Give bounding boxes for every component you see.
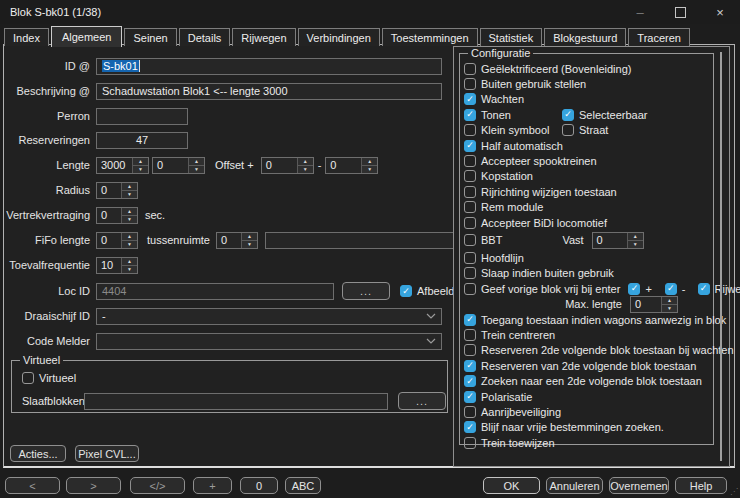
- tab-index[interactable]: Index: [4, 28, 49, 46]
- slaap-checkbox[interactable]: [464, 267, 476, 279]
- rijrichting-checkbox[interactable]: [464, 186, 476, 198]
- tab-algemeen[interactable]: Algemeen: [51, 26, 123, 47]
- klein-symbool-checkbox[interactable]: [464, 124, 476, 136]
- spin-up-icon[interactable]: [242, 233, 257, 241]
- tab-statistiek[interactable]: Statistiek: [480, 28, 543, 46]
- geef-vorige-blok-checkbox[interactable]: [464, 283, 476, 295]
- enter-rijweg-checkbox[interactable]: [698, 283, 710, 295]
- spin-down-icon[interactable]: [189, 166, 204, 173]
- tab-details[interactable]: Details: [179, 28, 231, 46]
- lengte2-spinner[interactable]: 0: [152, 157, 205, 174]
- config-scrollbar[interactable]: [718, 52, 723, 461]
- spin-down-icon[interactable]: [298, 166, 313, 173]
- spin-up-icon[interactable]: [122, 183, 137, 191]
- enter-minus-checkbox[interactable]: [665, 283, 677, 295]
- slaafblokken-input[interactable]: [84, 393, 388, 410]
- spin-up-icon[interactable]: [662, 297, 677, 305]
- wachten-checkbox[interactable]: [464, 93, 476, 105]
- tab-rijwegen[interactable]: Rijwegen: [232, 28, 295, 46]
- tab-traceren[interactable]: Traceren: [628, 28, 690, 46]
- trein-toewijzen-checkbox[interactable]: [464, 437, 476, 449]
- spin-down-icon[interactable]: [122, 266, 137, 273]
- enter-plus-checkbox[interactable]: [628, 283, 640, 295]
- beschrijving-input[interactable]: Schaduwstation Blok1 <-- lengte 3000: [96, 83, 442, 100]
- tab-seinen[interactable]: Seinen: [124, 28, 176, 46]
- spin-up-icon[interactable]: [133, 158, 148, 166]
- spin-down-icon[interactable]: [122, 216, 137, 223]
- blijf-zoeken-checkbox[interactable]: [464, 421, 476, 433]
- slaafblokken-browse-button[interactable]: ...: [398, 392, 446, 410]
- offset-min-spinner[interactable]: 0: [325, 157, 378, 174]
- spin-up-icon[interactable]: [122, 258, 137, 266]
- virtueel-checkbox[interactable]: [22, 372, 34, 384]
- pixel-cvl-button[interactable]: Pixel CVL...: [75, 445, 139, 462]
- tab-toestemmingen[interactable]: Toestemmingen: [382, 28, 478, 46]
- spin-up-icon[interactable]: [628, 233, 643, 241]
- spin-up-icon[interactable]: [189, 158, 204, 166]
- radius-spinner[interactable]: 0: [96, 182, 138, 199]
- resize-grip-icon[interactable]: ⋰: [730, 487, 738, 496]
- buiten-gebruik-checkbox[interactable]: [464, 78, 476, 90]
- ok-button[interactable]: OK: [483, 477, 540, 494]
- toegang-wagons-checkbox[interactable]: [464, 314, 476, 326]
- titlebar[interactable]: Blok S-bk01 (1/38) – ×: [0, 0, 740, 24]
- annuleren-button[interactable]: Annuleren: [546, 477, 603, 494]
- trein-centreren-checkbox[interactable]: [464, 329, 476, 341]
- lengte-spinner[interactable]: 3000: [96, 157, 149, 174]
- spin-up-icon[interactable]: [122, 208, 137, 216]
- overnemen-button[interactable]: Overnemen: [609, 477, 669, 494]
- nav-add-button[interactable]: +: [193, 477, 232, 494]
- vast-spinner[interactable]: 0: [592, 232, 644, 249]
- afbeelding-checkbox[interactable]: [400, 285, 412, 297]
- polarisatie-checkbox[interactable]: [464, 391, 476, 403]
- spin-down-icon[interactable]: [242, 241, 257, 248]
- close-button[interactable]: ×: [700, 0, 740, 24]
- spin-down-icon[interactable]: [122, 191, 137, 198]
- reserveren-2de-wachten-checkbox[interactable]: [464, 344, 476, 356]
- draaischijf-select[interactable]: -: [96, 308, 442, 325]
- offset-plus-spinner[interactable]: 0: [261, 157, 314, 174]
- nav-code-button[interactable]: </>: [130, 477, 185, 494]
- spin-down-icon[interactable]: [122, 241, 137, 248]
- scrollbar-thumb[interactable]: [720, 52, 722, 461]
- nav-abc-button[interactable]: ABC: [285, 477, 321, 494]
- geelektrificeerd-checkbox[interactable]: [464, 63, 476, 75]
- reserveren-van-2de-checkbox[interactable]: [464, 360, 476, 372]
- spin-down-icon[interactable]: [628, 241, 643, 248]
- spin-up-icon[interactable]: [122, 233, 137, 241]
- spin-down-icon[interactable]: [662, 305, 677, 312]
- spooktreinen-checkbox[interactable]: [464, 155, 476, 167]
- loc-browse-button[interactable]: ...: [342, 282, 390, 300]
- spin-up-icon[interactable]: [362, 158, 377, 166]
- maximize-button[interactable]: [660, 0, 700, 24]
- selecteerbaar-checkbox[interactable]: [562, 109, 574, 121]
- max-lengte-spinner[interactable]: 0: [630, 296, 678, 313]
- tussenruimte-spinner[interactable]: 0: [216, 232, 258, 249]
- fifo-list-input[interactable]: [265, 232, 467, 249]
- nav-zero-button[interactable]: 0: [240, 477, 278, 494]
- minimize-button[interactable]: –: [620, 0, 660, 24]
- nav-prev-button[interactable]: <: [5, 477, 60, 494]
- code-melder-select[interactable]: [96, 333, 442, 350]
- spin-down-icon[interactable]: [133, 166, 148, 173]
- help-button[interactable]: Help: [675, 477, 727, 494]
- tab-blokgestuurd[interactable]: Blokgestuurd: [544, 28, 626, 46]
- nav-next-button[interactable]: >: [66, 477, 121, 494]
- toevalfrequentie-spinner[interactable]: 10: [96, 257, 138, 274]
- fifo-spinner[interactable]: 0: [96, 232, 138, 249]
- kopstation-checkbox[interactable]: [464, 170, 476, 182]
- tonen-checkbox[interactable]: [464, 109, 476, 121]
- tab-verbindingen[interactable]: Verbindingen: [298, 28, 380, 46]
- half-automatisch-checkbox[interactable]: [464, 140, 476, 152]
- acties-button[interactable]: Acties...: [10, 445, 66, 462]
- aanrijbeveiliging-checkbox[interactable]: [464, 406, 476, 418]
- hoofdlijn-checkbox[interactable]: [464, 252, 476, 264]
- vertrekvertraging-spinner[interactable]: 0: [96, 207, 138, 224]
- straat-checkbox[interactable]: [562, 124, 574, 136]
- spin-down-icon[interactable]: [362, 166, 377, 173]
- bbt-checkbox[interactable]: [464, 234, 476, 246]
- bidi-checkbox[interactable]: [464, 217, 476, 229]
- perron-input[interactable]: [96, 108, 188, 125]
- zoeken-2de-checkbox[interactable]: [464, 375, 476, 387]
- reserveringen-input[interactable]: 47: [96, 132, 188, 149]
